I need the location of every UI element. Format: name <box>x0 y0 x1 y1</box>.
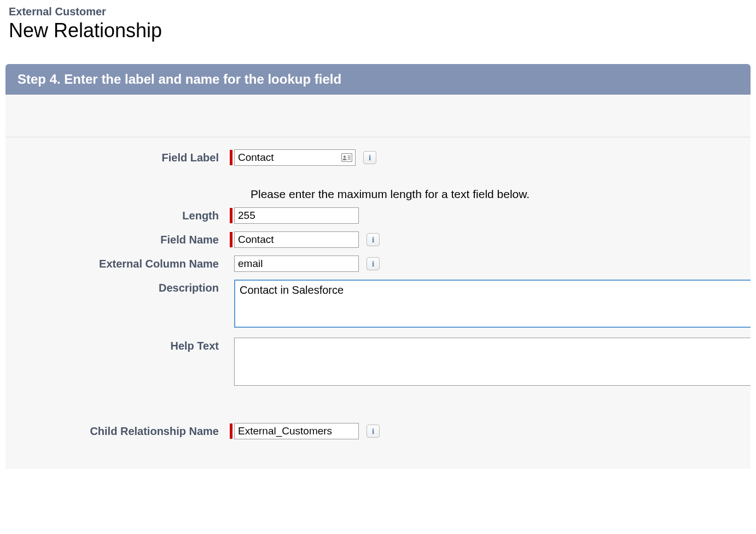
field-label-input-wrapper <box>234 149 356 166</box>
form-spacer <box>5 95 751 137</box>
info-icon: i <box>372 259 374 269</box>
field-name-label: Field Name <box>5 231 230 246</box>
length-instruction: Please enter the maximum length for a te… <box>5 188 751 201</box>
required-indicator <box>230 232 232 247</box>
field-label-label: Field Label <box>5 149 230 164</box>
length-row: Length <box>5 207 751 224</box>
field-name-control: i <box>230 231 751 248</box>
length-control <box>230 207 751 224</box>
external-column-name-control: i <box>230 256 751 272</box>
page-header: External Customer New Relationship <box>0 0 756 53</box>
child-relationship-name-info-icon[interactable]: i <box>367 425 380 438</box>
step-panel: Step 4. Enter the label and name for the… <box>5 64 751 469</box>
info-icon: i <box>372 235 374 245</box>
help-text-input[interactable] <box>234 338 751 386</box>
description-control <box>230 280 751 330</box>
child-relationship-name-control: i <box>230 423 751 439</box>
external-column-name-row: External Column Name i <box>5 256 751 272</box>
child-relationship-name-row: Child Relationship Name i <box>5 423 751 439</box>
info-icon: i <box>372 427 374 436</box>
help-text-row: Help Text <box>5 338 751 388</box>
description-row: Description <box>5 280 751 330</box>
form-area: Field Label <box>5 95 751 469</box>
external-column-name-input[interactable] <box>234 256 359 272</box>
field-label-control: i <box>230 149 751 166</box>
field-label-row: Field Label <box>5 149 751 166</box>
required-indicator <box>230 208 232 223</box>
help-text-label: Help Text <box>5 338 230 352</box>
external-column-name-label: External Column Name <box>5 256 230 270</box>
required-indicator <box>230 423 232 439</box>
field-label-info-icon[interactable]: i <box>363 151 376 164</box>
step-header: Step 4. Enter the label and name for the… <box>5 64 751 95</box>
section-gap <box>5 396 751 423</box>
field-name-input[interactable] <box>234 231 359 248</box>
info-icon: i <box>369 153 371 162</box>
form-body: Field Label <box>5 137 751 469</box>
breadcrumb: External Customer <box>9 5 747 18</box>
field-name-row: Field Name i <box>5 231 751 248</box>
length-input[interactable] <box>234 207 359 224</box>
length-label: Length <box>5 207 230 222</box>
help-text-control <box>230 338 751 388</box>
page-title: New Relationship <box>9 19 747 42</box>
description-label: Description <box>5 280 230 294</box>
field-name-info-icon[interactable]: i <box>367 233 380 246</box>
field-label-input[interactable] <box>234 149 356 166</box>
description-input[interactable] <box>234 280 751 328</box>
required-indicator <box>230 150 232 165</box>
child-relationship-name-input[interactable] <box>234 423 359 439</box>
child-relationship-name-label: Child Relationship Name <box>5 423 230 438</box>
external-column-name-info-icon[interactable]: i <box>367 257 380 270</box>
